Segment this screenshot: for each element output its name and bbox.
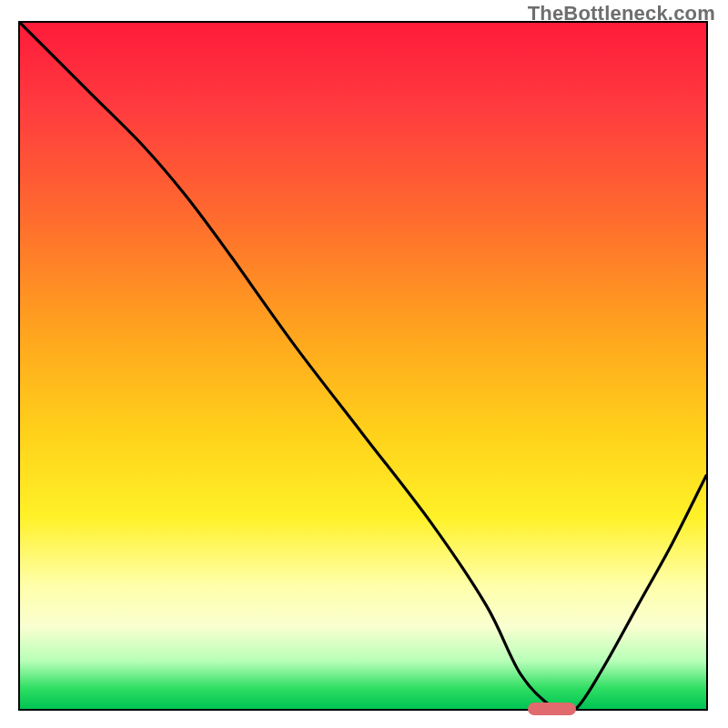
chart-stage: TheBottleneck.com [0,0,728,728]
line-path [20,23,706,709]
plot-area [18,21,708,711]
optimal-marker [528,703,576,715]
